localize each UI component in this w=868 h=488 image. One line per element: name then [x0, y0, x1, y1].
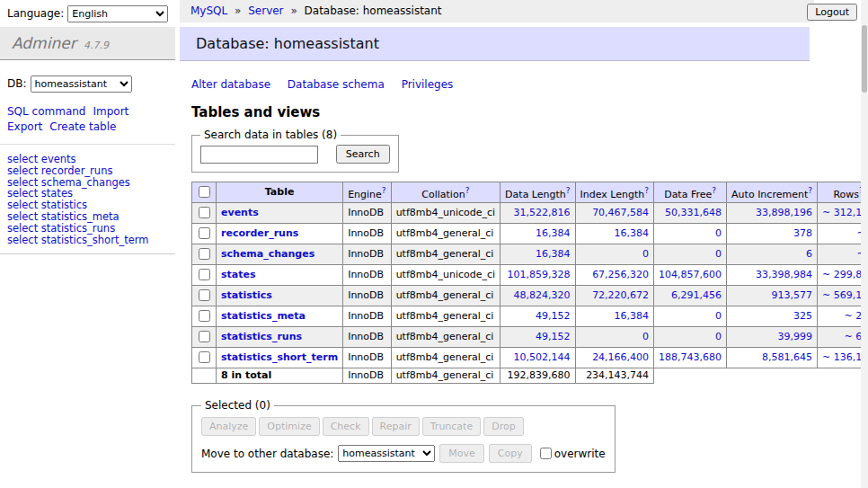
optimize-button[interactable]: Optimize: [259, 417, 319, 436]
select-all-cell: [192, 182, 217, 203]
alter-database-link[interactable]: Alter database: [191, 78, 270, 91]
auto-increment-link[interactable]: 325: [793, 310, 812, 322]
data-length-link[interactable]: 10,502,144: [514, 351, 571, 363]
auto-increment-link[interactable]: 378: [793, 227, 812, 239]
sidebar-table-link[interactable]: select statistics_short_term: [7, 235, 168, 246]
total-index-length-cell: 234,143,744: [575, 368, 654, 384]
data-length-cell: 16,384: [500, 224, 575, 244]
truncate-button[interactable]: Truncate: [422, 417, 481, 436]
row-checkbox[interactable]: [199, 248, 210, 260]
sidebar: Adminer 4.7.9 DB:homeassistant SQL comma…: [0, 27, 175, 488]
breadcrumb-separator: »: [290, 4, 297, 17]
analyze-button[interactable]: Analyze: [201, 417, 256, 436]
data-length-link[interactable]: 48,824,320: [514, 289, 571, 301]
move-button[interactable]: Move: [439, 444, 484, 463]
auto-increment-link[interactable]: 33,398,984: [756, 269, 812, 280]
table-name-link[interactable]: events: [221, 207, 259, 218]
data-free-link[interactable]: 50,331,648: [665, 207, 722, 218]
row-checkbox[interactable]: [199, 227, 210, 239]
data-free-link[interactable]: 188,743,680: [659, 351, 722, 363]
data-length-link[interactable]: 49,152: [536, 331, 571, 342]
data-free-link[interactable]: 0: [715, 310, 722, 322]
row-checkbox[interactable]: [199, 269, 210, 280]
table-name-link[interactable]: schema_changes: [221, 248, 314, 260]
table-name-link[interactable]: recorder_runs: [221, 227, 298, 239]
sidebar-table-link[interactable]: select statistics_runs: [7, 223, 168, 235]
table-name-link[interactable]: statistics_meta: [221, 310, 306, 322]
database-schema-link[interactable]: Database schema: [288, 78, 385, 91]
help-link[interactable]: ?: [465, 186, 470, 195]
scrollbar[interactable]: [861, 0, 868, 488]
table-name-link[interactable]: states: [221, 269, 256, 280]
index-length-link[interactable]: 16,384: [615, 310, 650, 322]
scrollbar-thumb[interactable]: [862, 25, 867, 93]
sidebar-table-link[interactable]: select statistics_meta: [7, 211, 168, 223]
sidebar-table-link[interactable]: select recorder_runs: [7, 165, 168, 177]
select-all-checkbox[interactable]: [199, 186, 210, 198]
column-header: Engine?: [343, 182, 391, 203]
data-free-link[interactable]: 104,857,600: [659, 269, 722, 280]
table-name-link[interactable]: statistics_runs: [221, 331, 302, 342]
sidebar-link-export[interactable]: Export: [7, 120, 42, 133]
data-length-link[interactable]: 16,384: [536, 227, 571, 239]
auto-increment-cell: 6: [727, 244, 818, 265]
data-free-link[interactable]: 0: [715, 248, 722, 260]
auto-increment-link[interactable]: 913,577: [772, 289, 813, 301]
data-length-link[interactable]: 101,859,328: [508, 269, 571, 280]
row-checkbox[interactable]: [199, 351, 210, 363]
checkbox-cell: [192, 368, 217, 384]
help-link[interactable]: ?: [712, 186, 716, 195]
help-link[interactable]: ?: [566, 186, 571, 195]
breadcrumb-link-mysql[interactable]: MySQL: [190, 4, 227, 17]
data-length-link[interactable]: 31,522,816: [514, 207, 571, 218]
data-free-link[interactable]: 0: [715, 227, 722, 239]
repair-button[interactable]: Repair: [372, 417, 420, 436]
auto-increment-link[interactable]: 33,898,196: [756, 207, 812, 218]
total-data-length-cell: 192,839,680: [500, 368, 575, 384]
data-length-link[interactable]: 49,152: [536, 310, 571, 322]
breadcrumb-link-server[interactable]: Server: [248, 4, 283, 17]
data-length-cell: 16,384: [500, 244, 575, 265]
table-name-cell: schema_changes: [217, 244, 343, 265]
row-checkbox[interactable]: [199, 207, 210, 218]
data-free-link[interactable]: 0: [715, 331, 722, 342]
sidebar-link-create-table[interactable]: Create table: [49, 120, 116, 133]
index-length-link[interactable]: 72,220,672: [592, 289, 649, 301]
language-select[interactable]: English: [67, 5, 168, 22]
db-select[interactable]: homeassistant: [31, 75, 132, 93]
data-free-link[interactable]: 6,291,456: [671, 289, 722, 301]
index-length-link[interactable]: 0: [642, 331, 649, 342]
data-length-link[interactable]: 16,384: [536, 248, 571, 260]
search-input[interactable]: [200, 146, 318, 164]
copy-button[interactable]: Copy: [489, 444, 532, 463]
index-length-link[interactable]: 67,256,320: [592, 269, 649, 280]
auto-increment-link[interactable]: 8,581,645: [762, 351, 812, 363]
row-checkbox[interactable]: [199, 289, 210, 301]
check-button[interactable]: Check: [323, 417, 369, 436]
help-link[interactable]: ?: [644, 186, 649, 195]
row-checkbox[interactable]: [199, 310, 210, 322]
table-name-link[interactable]: statistics: [221, 289, 272, 301]
search-button[interactable]: Search: [336, 145, 390, 164]
data-free-cell: 50,331,648: [654, 203, 727, 224]
move-database-select[interactable]: homeassistant: [338, 445, 435, 462]
index-length-link[interactable]: 16,384: [615, 227, 650, 239]
index-length-link[interactable]: 0: [642, 248, 649, 260]
overwrite-checkbox[interactable]: [540, 448, 552, 459]
logout-button[interactable]: Logout: [807, 4, 857, 21]
auto-increment-link[interactable]: 39,999: [778, 331, 813, 342]
help-link[interactable]: ?: [382, 186, 386, 195]
table-name-link[interactable]: statistics_short_term: [221, 351, 338, 363]
auto-increment-link[interactable]: 6: [806, 248, 812, 260]
help-link[interactable]: ?: [808, 186, 812, 195]
drop-button[interactable]: Drop: [483, 417, 523, 436]
row-checkbox[interactable]: [199, 331, 210, 342]
sidebar-link-sql-command[interactable]: SQL command: [7, 105, 85, 118]
collation-cell: utf8mb4_general_ci: [391, 244, 500, 265]
index-length-link[interactable]: 70,467,584: [592, 207, 649, 218]
index-length-link[interactable]: 24,166,400: [592, 351, 649, 363]
privileges-link[interactable]: Privileges: [402, 78, 454, 91]
sidebar-table-link[interactable]: select events: [7, 154, 168, 165]
sidebar-link-import[interactable]: Import: [93, 105, 128, 118]
collation-cell: utf8mb4_general_ci: [391, 224, 500, 244]
